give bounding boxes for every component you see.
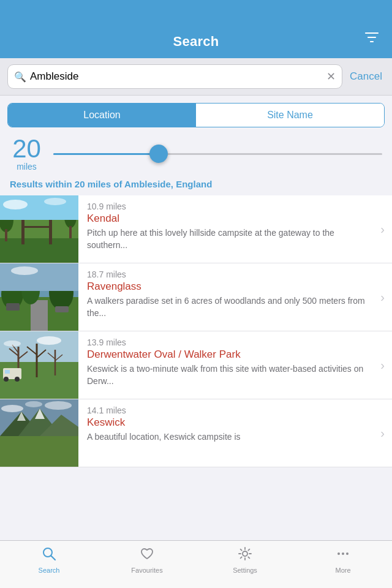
search-bar: 🔍 ✕ Cancel (0, 58, 392, 96)
chevron-right-icon: › (380, 331, 392, 399)
favourites-tab-label: Favourites (131, 567, 162, 574)
result-description: Keswick is a two-minute walk from this s… (87, 363, 373, 387)
result-description: A walkers paradise set in 6 acres of woo… (87, 295, 373, 319)
tab-bar: Search Favourites Settings More (0, 540, 392, 588)
list-item[interactable]: 13.9 miles Derwentwater Oval / Walker Pa… (0, 331, 392, 399)
tab-search[interactable]: Search (0, 546, 98, 574)
results-list: 10.9 miles Kendal Pitch up here at this … (0, 195, 392, 530)
list-item[interactable]: 10.9 miles Kendal Pitch up here at this … (0, 195, 392, 263)
svg-point-58 (337, 552, 340, 555)
svg-rect-39 (5, 370, 10, 374)
miles-display: 20 miles (10, 136, 43, 172)
tab-settings[interactable]: Settings (196, 546, 294, 574)
chevron-right-icon: › (380, 263, 392, 331)
search-icon: 🔍 (14, 71, 26, 83)
result-content: 13.9 miles Derwentwater Oval / Walker Pa… (78, 331, 380, 399)
svg-point-41 (15, 377, 20, 382)
tab-more[interactable]: More (294, 546, 392, 574)
distance-slider-section: 20 miles (0, 127, 392, 176)
search-input[interactable] (30, 70, 323, 83)
result-name: Ravenglass (87, 281, 373, 293)
svg-rect-17 (31, 300, 48, 331)
result-distance: 18.7 miles (87, 270, 373, 279)
result-content: 10.9 miles Kendal Pitch up here at this … (78, 195, 380, 263)
svg-point-24 (11, 266, 38, 275)
svg-point-42 (37, 336, 61, 345)
search-tab-icon (41, 546, 57, 564)
svg-point-60 (346, 552, 349, 555)
list-item[interactable]: 18.7 miles Ravenglass A walkers paradise… (0, 263, 392, 331)
gear-tab-icon (237, 546, 253, 564)
result-distance: 10.9 miles (87, 202, 373, 211)
list-item[interactable]: 14.1 miles Keswick A beautiful location,… (0, 399, 392, 467)
result-name: Kendal (87, 213, 373, 225)
svg-point-13 (44, 198, 66, 205)
result-thumb (0, 399, 78, 467)
svg-point-12 (3, 200, 28, 209)
svg-rect-21 (6, 303, 20, 311)
result-description: A beautiful location, Keswick campsite i… (87, 431, 373, 443)
svg-rect-27 (0, 362, 78, 399)
results-header: Results within 20 miles of Ambleside, En… (0, 176, 392, 195)
settings-tab-label: Settings (233, 567, 257, 574)
search-tab-label: Search (39, 567, 60, 574)
svg-rect-9 (5, 229, 7, 241)
chevron-right-icon: › (380, 195, 392, 263)
result-content: 18.7 miles Ravenglass A walkers paradise… (78, 263, 380, 331)
result-name: Keswick (87, 417, 373, 429)
heart-tab-icon (139, 546, 155, 564)
segment-site-name[interactable]: Site Name (196, 104, 384, 127)
result-distance: 13.9 miles (87, 337, 373, 347)
miles-label: miles (17, 162, 37, 172)
svg-point-40 (4, 377, 9, 382)
svg-point-43 (4, 341, 21, 347)
svg-rect-6 (21, 226, 52, 228)
svg-point-59 (342, 552, 344, 555)
svg-point-54 (25, 401, 42, 407)
svg-point-57 (243, 551, 247, 556)
svg-line-56 (51, 556, 56, 560)
slider-wrap[interactable] (53, 145, 382, 163)
filter-icon[interactable] (364, 30, 380, 50)
result-distance: 14.1 miles (87, 405, 373, 415)
segment-location[interactable]: Location (8, 104, 196, 127)
cancel-button[interactable]: Cancel (347, 69, 385, 84)
search-input-wrap: 🔍 ✕ (7, 64, 342, 89)
svg-rect-26 (0, 331, 78, 362)
clear-input-icon[interactable]: ✕ (326, 70, 336, 83)
svg-point-52 (1, 405, 23, 412)
result-thumb (0, 331, 78, 399)
result-description: Pitch up here at this lovely hillside ca… (87, 227, 373, 251)
svg-rect-23 (0, 263, 78, 291)
svg-point-53 (45, 401, 72, 410)
result-thumb (0, 263, 78, 331)
result-name: Derwentwater Oval / Walker Park (87, 349, 373, 361)
app-header: Search (0, 0, 392, 58)
header-title: Search (173, 34, 219, 50)
svg-rect-10 (69, 226, 72, 238)
result-thumb (0, 195, 78, 263)
miles-value: 20 (12, 136, 41, 162)
svg-rect-22 (55, 306, 69, 312)
result-content: 14.1 miles Keswick A beautiful location,… (78, 399, 380, 467)
tab-favourites[interactable]: Favourites (98, 546, 196, 574)
svg-rect-49 (0, 436, 78, 467)
segment-control: Location Site Name (7, 103, 385, 127)
more-tab-label: More (335, 567, 350, 574)
chevron-right-icon: › (380, 399, 392, 467)
more-tab-icon (335, 546, 351, 564)
